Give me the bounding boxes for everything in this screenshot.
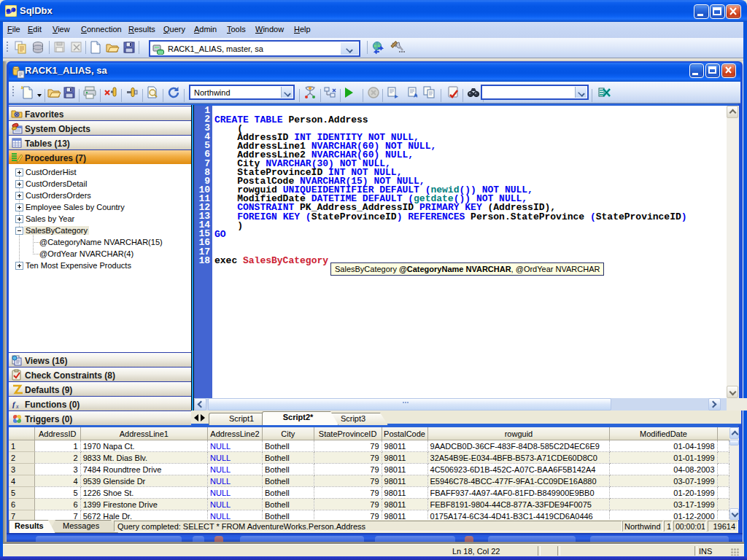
- svg-text:x: x: [15, 403, 19, 410]
